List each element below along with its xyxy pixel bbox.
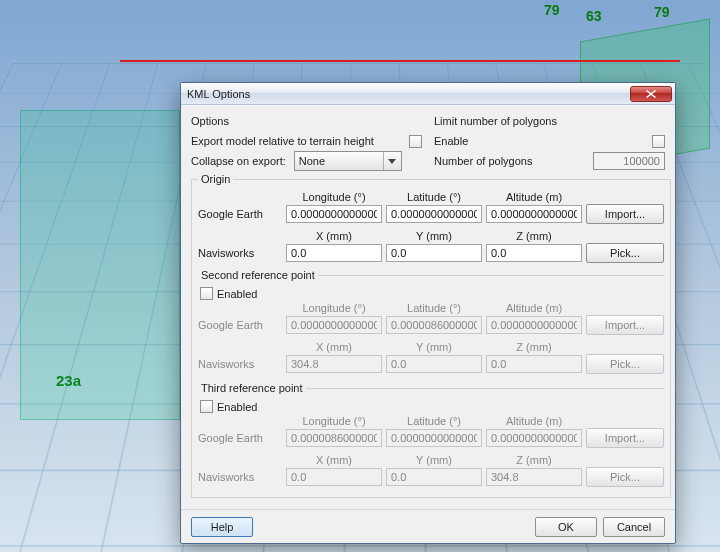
chevron-down-icon — [383, 152, 401, 170]
polygons-count-label: Number of polygons — [434, 155, 585, 167]
ref3-enabled-label: Enabled — [217, 401, 257, 413]
model-line — [120, 60, 680, 62]
ref2-alt-input — [486, 316, 582, 334]
ref2-z-input — [486, 355, 582, 373]
ok-button[interactable]: OK — [535, 517, 597, 537]
ref2-y-input — [386, 355, 482, 373]
close-button[interactable] — [630, 86, 672, 102]
origin-ge-label: Google Earth — [198, 208, 282, 220]
ref2-lon-input — [286, 316, 382, 334]
close-icon — [646, 90, 656, 98]
origin-import-button[interactable]: Import... — [586, 204, 664, 224]
origin-col-lat: Latitude (°) — [386, 191, 482, 203]
ref2-col-y: Y (mm) — [386, 341, 482, 353]
cancel-button[interactable]: Cancel — [603, 517, 665, 537]
origin-x-input[interactable] — [286, 244, 382, 262]
origin-y-input[interactable] — [386, 244, 482, 262]
export-relative-label: Export model relative to terrain height — [191, 135, 409, 147]
ref3-enabled-checkbox[interactable] — [200, 400, 213, 413]
origin-col-y: Y (mm) — [386, 230, 482, 242]
origin-legend: Origin — [198, 173, 233, 185]
help-button[interactable]: Help — [191, 517, 253, 537]
origin-col-x: X (mm) — [286, 230, 382, 242]
ref2-col-alt: Altitude (m) — [486, 302, 582, 314]
ref3-col-z: Z (mm) — [486, 454, 582, 466]
polygons-count-input[interactable] — [593, 152, 665, 170]
ref2-import-button: Import... — [586, 315, 664, 335]
ref2-col-lon: Longitude (°) — [286, 302, 382, 314]
ref3-alt-input — [486, 429, 582, 447]
ref2-legend: Second reference point — [198, 269, 318, 281]
dialog-content: Options Export model relative to terrain… — [181, 105, 675, 509]
ref3-nw-label: Navisworks — [198, 471, 282, 483]
ref3-z-input — [486, 468, 582, 486]
ref2-x-input — [286, 355, 382, 373]
ref3-lon-input — [286, 429, 382, 447]
ref2-enabled-label: Enabled — [217, 288, 257, 300]
dialog-footer: Help OK Cancel — [181, 509, 675, 543]
ref3-col-lon: Longitude (°) — [286, 415, 382, 427]
ref2-ge-label: Google Earth — [198, 319, 282, 331]
ref3-legend: Third reference point — [198, 382, 306, 394]
titlebar[interactable]: KML Options — [181, 83, 675, 105]
ref2-col-lat: Latitude (°) — [386, 302, 482, 314]
collapse-label: Collapse on export: — [191, 155, 286, 167]
grid-label-63: 63 — [586, 8, 602, 24]
ref3-import-button: Import... — [586, 428, 664, 448]
origin-nw-label: Navisworks — [198, 247, 282, 259]
ref3-col-lat: Latitude (°) — [386, 415, 482, 427]
grid-label-79a: 79 — [544, 2, 560, 18]
ref3-col-y: Y (mm) — [386, 454, 482, 466]
origin-z-input[interactable] — [486, 244, 582, 262]
origin-col-z: Z (mm) — [486, 230, 582, 242]
options-heading: Options — [191, 111, 422, 131]
ref3-group: Third reference point Enabled Longitude … — [198, 382, 664, 491]
ref3-lat-input — [386, 429, 482, 447]
origin-lon-input[interactable] — [286, 205, 382, 223]
origin-pick-button[interactable]: Pick... — [586, 243, 664, 263]
grid-label-79b: 79 — [654, 4, 670, 20]
origin-alt-input[interactable] — [486, 205, 582, 223]
polygons-enable-label: Enable — [434, 135, 652, 147]
ref2-nw-label: Navisworks — [198, 358, 282, 370]
ref3-col-alt: Altitude (m) — [486, 415, 582, 427]
polygons-heading: Limit number of polygons — [434, 111, 665, 131]
dialog-title: KML Options — [187, 88, 630, 100]
ref3-x-input — [286, 468, 382, 486]
export-relative-checkbox[interactable] — [409, 135, 422, 148]
origin-group: Origin Longitude (°) Latitude (°) Altitu… — [191, 173, 671, 498]
ref2-pick-button: Pick... — [586, 354, 664, 374]
ref2-col-x: X (mm) — [286, 341, 382, 353]
ref3-col-x: X (mm) — [286, 454, 382, 466]
collapse-value: None — [299, 155, 325, 167]
ref2-group: Second reference point Enabled Longitude… — [198, 269, 664, 378]
origin-col-alt: Altitude (m) — [486, 191, 582, 203]
ref2-lat-input — [386, 316, 482, 334]
origin-col-lon: Longitude (°) — [286, 191, 382, 203]
kml-options-dialog: KML Options Options Export model relativ… — [180, 82, 676, 544]
origin-lat-input[interactable] — [386, 205, 482, 223]
collapse-select[interactable]: None — [294, 151, 402, 171]
ref3-y-input — [386, 468, 482, 486]
ref3-ge-label: Google Earth — [198, 432, 282, 444]
polygons-enable-checkbox[interactable] — [652, 135, 665, 148]
ref3-pick-button: Pick... — [586, 467, 664, 487]
ref2-enabled-checkbox[interactable] — [200, 287, 213, 300]
ref2-col-z: Z (mm) — [486, 341, 582, 353]
